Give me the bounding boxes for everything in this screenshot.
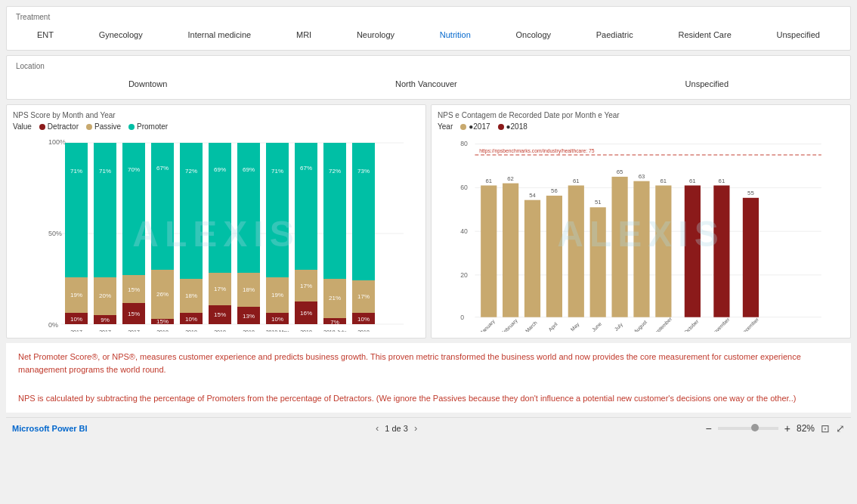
filter-gynecology[interactable]: Gynecology bbox=[94, 29, 147, 41]
zoom-thumb bbox=[751, 424, 759, 431]
svg-rect-84 bbox=[352, 143, 375, 280]
filter-nutrition[interactable]: Nutrition bbox=[435, 29, 475, 41]
svg-text:67%: 67% bbox=[156, 165, 169, 172]
svg-text:55: 55 bbox=[747, 190, 754, 196]
description-section: Net Promoter Score®, or NPS®, measures c… bbox=[6, 343, 851, 413]
dot-2018 bbox=[498, 124, 504, 130]
pagination: ‹ 1 de 3 › bbox=[376, 422, 417, 434]
svg-text:17%: 17% bbox=[357, 293, 370, 300]
powerbi-link[interactable]: Microsoft Power BI bbox=[12, 424, 88, 433]
zoom-plus[interactable]: + bbox=[784, 422, 790, 434]
prev-page-button[interactable]: ‹ bbox=[376, 422, 379, 434]
detractor-dot bbox=[39, 124, 45, 130]
svg-text:February: February bbox=[500, 317, 519, 332]
right-chart-legend: Year ●2017 ●2018 bbox=[438, 122, 844, 131]
filter-paediatric[interactable]: Paediatric bbox=[592, 29, 638, 41]
svg-text:61: 61 bbox=[661, 178, 667, 184]
svg-text:2018: 2018 bbox=[214, 329, 226, 332]
svg-text:April: April bbox=[547, 321, 559, 332]
bottom-bar: Microsoft Power BI ‹ 1 de 3 › − + 82% ⊡ … bbox=[6, 417, 851, 439]
svg-text:2017: 2017 bbox=[128, 329, 140, 332]
svg-text:61: 61 bbox=[485, 178, 492, 184]
zoom-level: 82% bbox=[797, 423, 815, 434]
svg-text:18%: 18% bbox=[185, 292, 197, 299]
bar-aug-2017 bbox=[633, 181, 649, 317]
svg-text:10%: 10% bbox=[70, 316, 82, 323]
svg-text:2018: 2018 bbox=[357, 329, 370, 332]
svg-text:October: October bbox=[683, 318, 700, 332]
filter-ent[interactable]: ENT bbox=[32, 29, 58, 41]
bar-1: 71% 19% 10% 2017 October bbox=[65, 143, 88, 332]
svg-rect-69 bbox=[295, 143, 317, 270]
svg-text:July: July bbox=[614, 321, 625, 332]
svg-text:2018 July: 2018 July bbox=[323, 329, 346, 332]
svg-text:9%: 9% bbox=[101, 317, 110, 323]
next-page-button[interactable]: › bbox=[414, 422, 417, 434]
svg-text:17%: 17% bbox=[300, 283, 312, 289]
svg-text:2018: 2018 bbox=[156, 329, 169, 332]
svg-text:August: August bbox=[633, 319, 648, 332]
svg-text:61: 61 bbox=[573, 178, 580, 184]
filter-unspecified-location[interactable]: Unspecified bbox=[681, 78, 733, 90]
svg-text:19%: 19% bbox=[271, 292, 283, 298]
svg-rect-30 bbox=[151, 143, 174, 270]
svg-text:65: 65 bbox=[617, 169, 623, 175]
legend-2018: ●2018 bbox=[498, 122, 528, 131]
svg-text:69%: 69% bbox=[243, 166, 255, 173]
svg-text:https://npsbenchmarks.com/indu: https://npsbenchmarks.com/industry/healt… bbox=[479, 148, 595, 154]
filter-downtown[interactable]: Downtown bbox=[124, 78, 172, 90]
right-bar-chart: ALEXIS 80 60 40 20 0 bbox=[438, 135, 844, 332]
fullscreen-exit-icon[interactable]: ⊡ bbox=[821, 422, 830, 434]
location-filter-items: Downtown North Vancouver Unspecified bbox=[16, 75, 841, 93]
description-text-1: Net Promoter Score®, or NPS®, measures c… bbox=[12, 348, 845, 379]
svg-text:51: 51 bbox=[595, 199, 602, 206]
expand-icon[interactable]: ⤢ bbox=[836, 422, 845, 434]
zoom-slider[interactable] bbox=[718, 427, 778, 430]
svg-text:2018 May: 2018 May bbox=[266, 329, 289, 332]
svg-text:2017: 2017 bbox=[99, 329, 111, 332]
filter-internal-medicine[interactable]: Internal medicine bbox=[183, 29, 255, 41]
right-legend-year-label: Year bbox=[438, 122, 453, 131]
filter-neurology[interactable]: Neurology bbox=[352, 29, 399, 41]
promoter-label: Promoter bbox=[137, 122, 168, 131]
filter-mri[interactable]: MRI bbox=[292, 29, 316, 41]
svg-text:56: 56 bbox=[551, 187, 558, 194]
svg-text:0: 0 bbox=[460, 314, 464, 321]
promoter-dot bbox=[128, 124, 135, 130]
svg-rect-77 bbox=[323, 143, 346, 279]
dot-2017 bbox=[460, 124, 466, 130]
svg-rect-38 bbox=[180, 143, 203, 279]
right-chart-title: NPS e Contagem de Recorded Date por Mont… bbox=[438, 111, 844, 119]
treatment-filter-items: ENT Gynecology Internal medicine MRI Neu… bbox=[16, 26, 841, 44]
bar-may-2017 bbox=[568, 185, 584, 317]
left-chart-svg: 100% 50% 0% 71% 19% 10% 2 bbox=[13, 135, 419, 332]
treatment-filter-label: Treatment bbox=[16, 13, 841, 21]
svg-text:2017: 2017 bbox=[70, 329, 82, 332]
filter-unspecified-treatment[interactable]: Unspecified bbox=[772, 29, 825, 41]
filter-oncology[interactable]: Oncology bbox=[512, 29, 555, 41]
page-indicator: 1 de 3 bbox=[385, 424, 408, 433]
right-chart-svg: 80 60 40 20 0 https://npsbenchmarks.com/… bbox=[438, 135, 844, 332]
location-filter-label: Location bbox=[16, 62, 841, 70]
svg-text:73%: 73% bbox=[357, 168, 370, 175]
filter-resident-care[interactable]: Resident Care bbox=[673, 29, 735, 41]
svg-rect-54 bbox=[237, 143, 260, 273]
svg-text:50%: 50% bbox=[48, 230, 62, 237]
bar-6: 69% 17% 15% 2018 March bbox=[209, 143, 231, 332]
bar-5: 72% 18% 10% 2018 February bbox=[180, 143, 203, 332]
bar-4: 67% 26% 15% 2018 January bbox=[151, 143, 174, 332]
bar-3: 70% 15% 15% 2017 Decemb... bbox=[122, 143, 146, 332]
svg-text:19%: 19% bbox=[70, 292, 82, 298]
svg-rect-62 bbox=[266, 143, 289, 277]
svg-text:67%: 67% bbox=[300, 165, 312, 172]
svg-text:70%: 70% bbox=[128, 166, 140, 173]
legend-promoter: Promoter bbox=[128, 122, 168, 131]
right-chart: NPS e Contagem de Recorded Date por Mont… bbox=[431, 104, 851, 339]
filter-north-vancouver[interactable]: North Vancouver bbox=[391, 78, 462, 90]
zoom-minus[interactable]: − bbox=[706, 422, 712, 434]
passive-dot bbox=[86, 124, 92, 130]
bar-oct-2018 bbox=[685, 185, 701, 317]
bar-jul-2017 bbox=[611, 177, 627, 317]
label-2018: ●2018 bbox=[506, 122, 528, 131]
svg-text:May: May bbox=[570, 321, 581, 332]
